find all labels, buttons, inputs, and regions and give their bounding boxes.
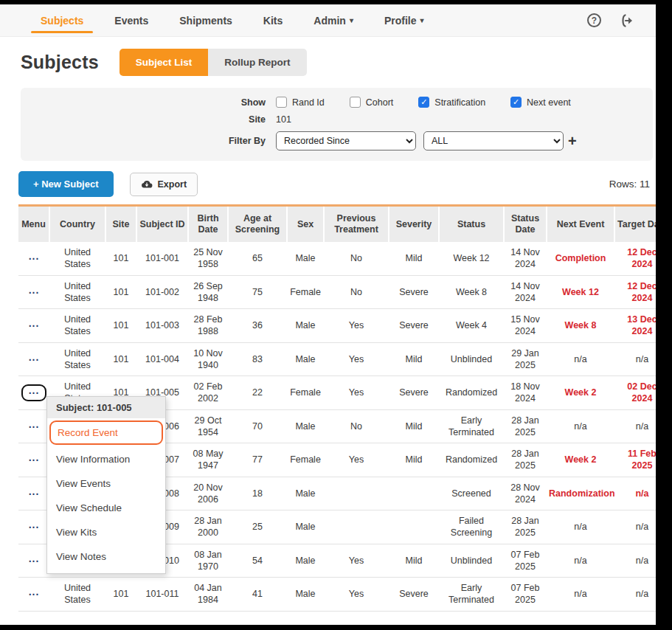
menu-item-record-event[interactable]: Record Event	[49, 420, 163, 445]
row-menu-button[interactable]: ...	[23, 285, 46, 300]
target-date-cell: 12 Dec 2024	[614, 242, 656, 275]
severity-cell: Severe	[389, 376, 439, 410]
severity-cell: Severe	[389, 275, 439, 309]
row-menu-button[interactable]: ...	[23, 554, 46, 568]
severity-cell: Severe	[389, 578, 439, 612]
menu-cell: ...	[18, 477, 49, 510]
checkbox-stratification[interactable]: ✓Stratification	[418, 97, 485, 108]
checkbox-label: Next event	[527, 97, 571, 108]
row-menu-button[interactable]: ...	[23, 353, 46, 367]
nav-item-shipments[interactable]: Shipments	[164, 4, 248, 36]
menu-item-view-events[interactable]: View Events	[47, 471, 165, 496]
status-date-cell: 28 Nov 2024	[504, 477, 547, 510]
severity-cell: Severe	[389, 309, 439, 343]
row-menu-button[interactable]: ...	[23, 453, 46, 467]
target-date-cell: 02 Dec 2024	[614, 376, 656, 410]
context-menu-header: Subject: 101-005	[47, 397, 165, 418]
birth-date-cell: 26 Sep 1948	[188, 275, 228, 309]
table-toolbar: + New Subject Export Rows: 11	[0, 161, 656, 204]
show-filter-row: Show Rand IdCohort✓Stratification✓Next e…	[32, 97, 641, 108]
row-menu-button[interactable]: ...	[23, 587, 46, 601]
filter-selects: Recorded SinceALL	[276, 131, 564, 150]
tab-subject-list[interactable]: Subject List	[119, 49, 209, 76]
column-header-status: Status	[439, 206, 504, 243]
status-date-cell: 29 Jan 2025	[504, 342, 547, 376]
next-event-cell: Randomization	[547, 477, 614, 510]
column-header-previous-treatment: Previous Treatment	[324, 206, 389, 243]
row-menu-button[interactable]: ...	[23, 520, 46, 534]
filter-by-label: Filter By	[32, 136, 276, 146]
severity-cell	[389, 477, 439, 510]
menu-item-view-kits[interactable]: View Kits	[47, 520, 165, 544]
menu-cell: ...	[18, 578, 49, 612]
target-date-cell: n/a	[614, 578, 656, 612]
target-date-cell: n/a	[614, 544, 656, 578]
nav-item-profile[interactable]: Profile▾	[369, 4, 440, 36]
subject-context-menu: Subject: 101-005 Record EventView Inform…	[46, 396, 166, 574]
help-icon[interactable]: ?	[587, 13, 601, 27]
site-cell: 101	[105, 342, 136, 376]
row-menu-button[interactable]: ...	[23, 252, 46, 266]
filter-select-2[interactable]: ALL	[423, 131, 564, 150]
nav-item-admin[interactable]: Admin▾	[298, 4, 369, 36]
site-cell: 101	[105, 242, 136, 275]
table-row: ...United States101101-00125 Nov 195865M…	[18, 242, 656, 275]
menu-cell: ...	[18, 309, 49, 343]
checkbox-next-event[interactable]: ✓Next event	[510, 97, 571, 108]
status-cell: Early Terminated	[439, 409, 504, 443]
previous-treatment-cell: Yes	[324, 578, 389, 612]
next-event-cell: Week 2	[547, 376, 614, 410]
app-window: SubjectsEventsShipmentsKitsAdmin▾Profile…	[0, 4, 656, 625]
status-date-cell: 07 Feb 2025	[504, 544, 547, 578]
menu-item-view-information[interactable]: View Information	[47, 447, 165, 471]
checkbox-rand-id[interactable]: Rand Id	[276, 97, 325, 108]
row-menu-button[interactable]: ...	[21, 384, 47, 401]
menu-cell: ...	[18, 376, 49, 410]
add-filter-icon[interactable]: +	[568, 134, 577, 148]
sex-cell: Male	[287, 477, 324, 510]
menu-item-view-schedule[interactable]: View Schedule	[47, 496, 165, 520]
rows-count: Rows: 11	[609, 179, 651, 190]
sex-cell: Female	[287, 376, 324, 410]
row-menu-button[interactable]: ...	[23, 487, 46, 501]
severity-cell: Mild	[389, 443, 439, 477]
filter-select-1[interactable]: Recorded Since	[276, 131, 416, 150]
column-header-status-date: Status Date	[504, 206, 547, 243]
next-event-cell: n/a	[547, 342, 614, 376]
column-header-sex: Sex	[287, 206, 324, 243]
birth-date-cell: 10 Nov 1940	[188, 342, 228, 376]
checkbox-label: Rand Id	[292, 97, 325, 108]
row-menu-button[interactable]: ...	[23, 420, 46, 434]
menu-item-view-notes[interactable]: View Notes	[47, 544, 165, 569]
birth-date-cell: 08 May 1947	[188, 443, 228, 477]
nav-items: SubjectsEventsShipmentsKitsAdmin▾Profile…	[25, 4, 440, 36]
next-event-cell: n/a	[547, 578, 614, 612]
next-event-cell: Completion	[547, 242, 614, 275]
status-cell: Week 4	[439, 309, 504, 343]
new-subject-button[interactable]: + New Subject	[18, 171, 114, 197]
previous-treatment-cell	[324, 510, 389, 544]
target-date-cell: n/a	[614, 342, 656, 376]
tab-rollup-report[interactable]: Rollup Report	[208, 49, 306, 76]
status-cell: Failed Screening	[439, 510, 504, 544]
logout-icon[interactable]	[619, 13, 635, 28]
nav-item-events[interactable]: Events	[99, 4, 164, 36]
status-cell: Randomized	[439, 376, 504, 410]
nav-item-kits[interactable]: Kits	[248, 4, 298, 36]
column-header-country: Country	[49, 206, 105, 243]
nav-item-subjects[interactable]: Subjects	[25, 4, 99, 36]
checkbox-cohort[interactable]: Cohort	[350, 97, 394, 108]
nav-utility-area: ?	[587, 4, 656, 36]
subject-id-cell: 101-002	[136, 275, 188, 309]
row-menu-button[interactable]: ...	[23, 319, 46, 333]
site-cell: 101	[105, 578, 136, 612]
sex-cell: Male	[287, 342, 324, 376]
status-cell: Week 8	[439, 275, 504, 309]
unchecked-checkbox-icon	[276, 97, 287, 108]
next-event-cell: n/a	[547, 544, 614, 578]
page-title: Subjects	[21, 52, 99, 73]
severity-cell: Mild	[389, 242, 439, 275]
export-button[interactable]: Export	[130, 173, 198, 196]
sex-cell: Male	[287, 242, 324, 275]
column-header-severity: Severity	[389, 206, 439, 243]
